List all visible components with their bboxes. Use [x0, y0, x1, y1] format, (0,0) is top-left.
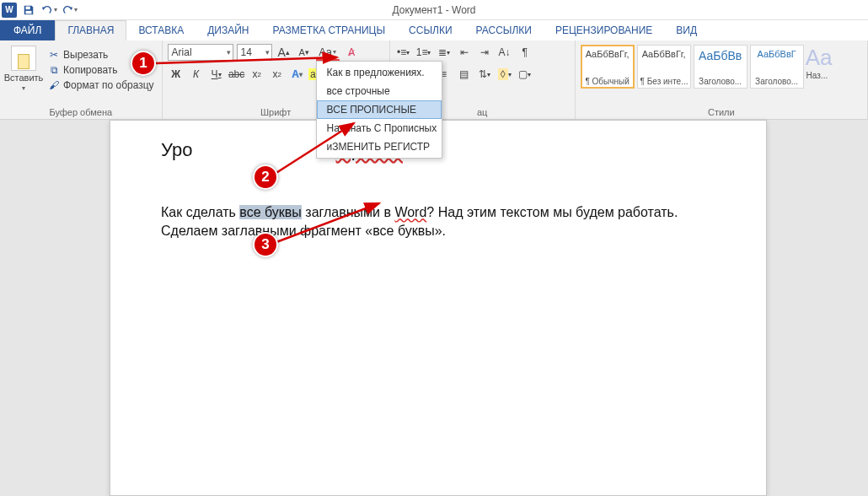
tab-file[interactable]: ФАЙЛ [0, 20, 55, 40]
brush-icon: 🖌 [48, 79, 60, 91]
font-size-value: 14 [241, 46, 252, 58]
decrease-indent-button[interactable]: ⇤ [456, 44, 473, 61]
group-font: Arial ▾ 14 ▾ A▴ A▾ Aa ▾ Как в предложени… [163, 40, 390, 119]
annotation-bubble-1: 1 [131, 51, 156, 76]
style-sample: АаБбВвГг, [584, 49, 631, 59]
font-name-combo[interactable]: Arial ▾ [168, 44, 233, 61]
change-case-menu: Как в предложениях. все строчные ВСЕ ПРО… [316, 61, 442, 159]
case-lowercase[interactable]: все строчные [317, 82, 442, 100]
chevron-down-icon: ▾ [333, 48, 336, 56]
style-sample: АаБбВв [697, 49, 744, 62]
paste-icon [11, 46, 36, 71]
tab-mailings[interactable]: РАССЫЛКИ [464, 20, 544, 40]
para-link: Word [394, 205, 426, 219]
svg-rect-1 [26, 10, 32, 13]
copy-label: Копировать [63, 64, 118, 76]
style-heading1[interactable]: АаБбВв Заголово... [694, 45, 747, 89]
change-case-button[interactable]: Aa ▾ Как в предложениях. все строчные ВС… [316, 44, 340, 61]
shading-button[interactable]: ◊▾ [496, 66, 513, 83]
style-name: ¶ Без инте... [640, 77, 688, 86]
tab-references[interactable]: ССЫЛКИ [397, 20, 463, 40]
style-heading2[interactable]: АаБбВвГ Заголово... [750, 45, 804, 89]
chevron-down-icon: ▾ [227, 48, 231, 57]
paste-label: Вставить [4, 73, 44, 83]
underline-button[interactable]: Ч▾ [208, 66, 225, 83]
bold-button[interactable]: Ж [168, 66, 185, 83]
italic-button[interactable]: К [188, 66, 205, 83]
subscript-button[interactable]: x2 [249, 66, 265, 83]
format-painter-label: Формат по образцу [63, 79, 154, 91]
increase-indent-button[interactable]: ⇥ [476, 44, 493, 61]
undo-button[interactable]: ▾ [40, 2, 57, 19]
tab-page-layout[interactable]: РАЗМЕТКА СТРАНИЦЫ [261, 20, 398, 40]
cut-label: Вырезать [63, 49, 108, 61]
style-name: ¶ Обычный [584, 77, 631, 86]
grow-font-button[interactable]: A▴ [276, 44, 292, 61]
style-normal[interactable]: АаБбВвГг, ¶ Обычный [581, 45, 635, 89]
tab-insert[interactable]: ВСТАВКА [126, 20, 196, 40]
heading-pre: Уро [161, 139, 192, 160]
tab-review[interactable]: РЕЦЕНЗИРОВАНИЕ [544, 20, 664, 40]
superscript-button[interactable]: x2 [269, 66, 286, 83]
style-name: Заголово... [697, 77, 744, 86]
show-marks-button[interactable]: ¶ [517, 44, 533, 61]
document-page[interactable]: Уроtapok.ru Как сделать все буквы заглав… [110, 120, 767, 496]
paste-button[interactable]: Вставить ▾ [5, 42, 42, 95]
para-pre: Как сделать [161, 205, 239, 219]
font-name-value: Arial [172, 46, 192, 58]
para-selection: все буквы [239, 205, 301, 219]
ribbon: Вставить ▾ ✂ Вырезать ⧉ Копировать 🖌 Фор… [0, 40, 868, 120]
ribbon-tabs: ФАЙЛ ГЛАВНАЯ ВСТАВКА ДИЗАЙН РАЗМЕТКА СТР… [0, 20, 868, 40]
clipboard-group-label: Буфер обмена [0, 107, 162, 117]
editor-area: Уроtapok.ru Как сделать все буквы заглав… [0, 120, 868, 496]
strikethrough-button[interactable]: abc [228, 66, 245, 83]
shrink-font-button[interactable]: A▾ [296, 44, 313, 61]
save-button[interactable] [20, 2, 37, 19]
para-mid1: заглавными в [302, 205, 395, 219]
quick-access-toolbar: W ▾ ▾ [0, 2, 78, 19]
underline-label: Ч [212, 68, 218, 80]
borders-button[interactable]: ▢▾ [517, 66, 533, 83]
style-sample: АаБбВвГг, [640, 49, 688, 59]
word-logo-icon: W [2, 3, 17, 18]
text-effects-button[interactable]: A▾ [289, 66, 306, 83]
doc-paragraph: Как сделать все буквы заглавными в Word?… [161, 203, 715, 240]
clear-formatting-button[interactable]: A̷ [343, 44, 360, 61]
copy-icon: ⧉ [48, 64, 60, 76]
sort-button[interactable]: A↓ [496, 44, 513, 61]
font-size-combo[interactable]: 14 ▾ [237, 44, 272, 61]
annotation-bubble-3: 3 [253, 232, 278, 257]
numbering-button[interactable]: 1≡▾ [415, 44, 432, 61]
chevron-down-icon: ▾ [265, 48, 270, 57]
style-sample: АаБбВвГ [753, 49, 801, 59]
case-toggle[interactable]: иЗМЕНИТЬ РЕГИСТР [317, 137, 442, 156]
justify-button[interactable]: ▤ [456, 66, 473, 83]
scissors-icon: ✂ [48, 49, 60, 61]
bullets-button[interactable]: •≡▾ [395, 44, 412, 61]
case-uppercase[interactable]: ВСЕ ПРОПИСНЫЕ [317, 100, 442, 119]
redo-button[interactable]: ▾ [61, 2, 78, 19]
format-painter-button[interactable]: 🖌 Формат по образцу [46, 78, 157, 92]
group-styles: АаБбВвГг, ¶ Обычный АаБбВвГг, ¶ Без инте… [576, 40, 868, 119]
line-spacing-button[interactable]: ⇅▾ [476, 66, 493, 83]
change-case-label: Aa [319, 46, 332, 58]
styles-group-label: Стили [576, 107, 867, 117]
style-name: Заголово... [753, 77, 801, 86]
styles-more-label: Наз... [806, 71, 832, 80]
title-bar: W ▾ ▾ Документ1 - Word [0, 0, 868, 20]
annotation-bubble-2: 2 [253, 164, 278, 190]
document-title: Документ1 - Word [392, 4, 475, 16]
case-sentence[interactable]: Как в предложениях. [317, 63, 442, 82]
multilevel-button[interactable]: ≣▾ [436, 44, 453, 61]
styles-more-icon[interactable]: Aa [806, 45, 832, 71]
tab-home[interactable]: ГЛАВНАЯ [55, 20, 126, 40]
style-no-spacing[interactable]: АаБбВвГг, ¶ Без инте... [637, 45, 691, 89]
svg-rect-0 [26, 6, 30, 9]
case-capitalize[interactable]: Начинать С Прописных [317, 119, 442, 137]
tab-design[interactable]: ДИЗАЙН [196, 20, 260, 40]
tab-view[interactable]: ВИД [664, 20, 709, 40]
